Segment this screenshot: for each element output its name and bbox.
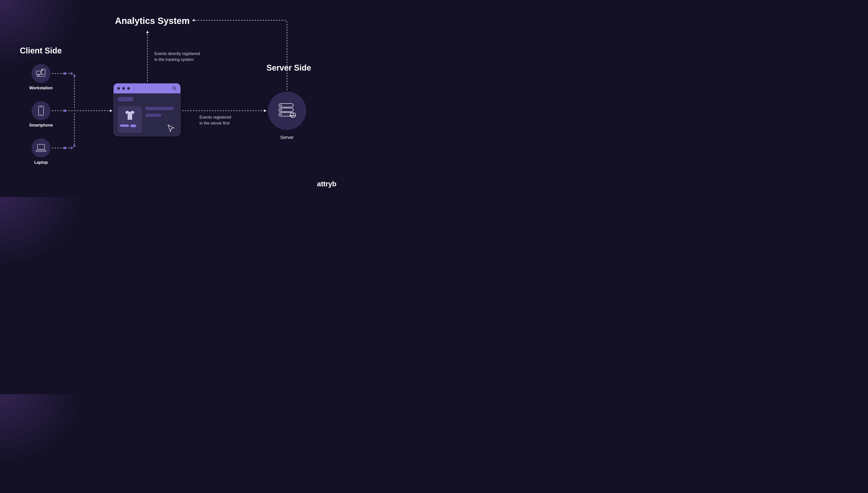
connectors	[0, 0, 347, 197]
brand-logo: attryb	[317, 180, 336, 188]
